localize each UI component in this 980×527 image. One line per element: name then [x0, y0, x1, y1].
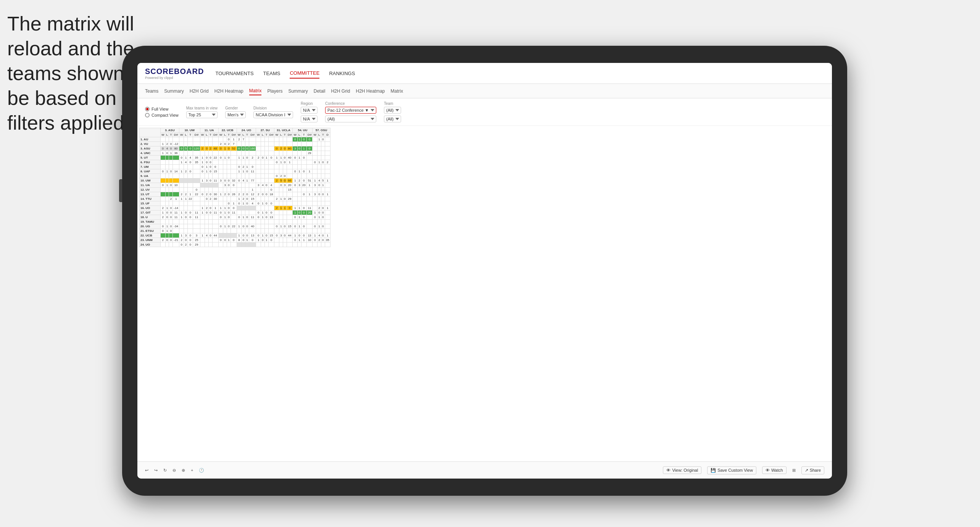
watch-label: Watch	[771, 468, 783, 472]
table-row: 19. TAMU	[140, 220, 330, 224]
table-row: 8. UAF 01014 120 01015 11011 0101	[140, 169, 330, 174]
table-row: 4. UNC 10136 29	[140, 151, 330, 156]
zoom-level: ⊕	[182, 468, 185, 473]
sub-nav: Teams Summary H2H Grid H2H Heatmap Matri…	[137, 84, 832, 98]
sub-t-ucla: T	[283, 133, 287, 137]
table-row: 15. UF 01 0104 0100	[140, 201, 330, 206]
compact-view-dot	[145, 113, 150, 117]
sub-nav-detail[interactable]: Detail	[314, 87, 326, 95]
sub-l-uu: L	[297, 133, 301, 137]
nav-rankings[interactable]: RANKINGS	[329, 69, 355, 78]
sub-l-osu: L	[317, 133, 321, 137]
row-label: 20. UG	[140, 224, 161, 229]
table-row: 17. GIT 10011 10011 10011 01011 0100 100…	[140, 210, 330, 215]
sub-nav-players[interactable]: Players	[267, 87, 282, 95]
clock-button[interactable]: 🕐	[199, 468, 204, 473]
col-header-ucb: 22. UCB	[218, 128, 237, 133]
row-label: 8. UAF	[140, 169, 161, 174]
redo-button[interactable]: ↪	[154, 468, 158, 473]
full-view-dot	[145, 107, 150, 111]
sub-t-ua: T	[209, 133, 213, 137]
zoom-out-button[interactable]: ⊖	[172, 468, 176, 473]
share-icon: ↗	[805, 468, 808, 473]
matrix-table: 3. ASU 10. UW 11. UA 22. UCB 24. UO 27. …	[139, 128, 330, 247]
sub-nav-summary2[interactable]: Summary	[288, 87, 308, 95]
sub-t-asu: T	[169, 133, 173, 137]
row-label: 21. ETSU	[140, 229, 161, 233]
region-select2[interactable]: N/A	[301, 116, 318, 122]
team-select2[interactable]: (All)	[384, 116, 401, 122]
sub-nav-summary[interactable]: Summary	[164, 87, 184, 95]
table-row: 21. ETSU 010	[140, 229, 330, 233]
sub-nav-teams[interactable]: Teams	[145, 87, 158, 95]
nav-tournaments[interactable]: TOURNAMENTS	[215, 69, 253, 78]
sub-dif-ucb: Dif	[230, 133, 237, 137]
table-row: 6. FSU 14035 100 0101 0102	[140, 160, 330, 165]
row-label: 19. TAMU	[140, 220, 161, 224]
region-select[interactable]: N/A	[301, 107, 318, 114]
sub-w-su: W	[256, 133, 261, 137]
sub-l-ucb: L	[223, 133, 227, 137]
filter-bar: Full View Compact View Max teams in view…	[137, 98, 832, 126]
division-filter: Division NCAA Division I	[253, 106, 293, 118]
row-label: 16. UO	[140, 206, 161, 210]
matrix-container[interactable]: 3. ASU 10. UW 11. UA 22. UCB 24. UO 27. …	[137, 126, 832, 461]
conference-label: Conference	[325, 101, 376, 106]
max-teams-select[interactable]: Top 25	[186, 111, 218, 118]
save-custom-label: Save Custom View	[717, 468, 753, 472]
share-label: Share	[810, 468, 821, 472]
col-header-su: 27. SU	[256, 128, 274, 133]
sub-dif-ua: Dif	[212, 133, 218, 137]
team-filter: Team (All) (All)	[384, 101, 401, 122]
view-original-button[interactable]: 👁 View: Original	[663, 466, 701, 474]
save-custom-button[interactable]: 💾 Save Custom View	[707, 466, 756, 474]
matrix-corner	[140, 128, 161, 137]
nav-links: TOURNAMENTS TEAMS COMMITTEE RANKINGS	[215, 68, 355, 79]
conference-select2[interactable]: (All)	[325, 116, 376, 122]
col-header-ucla: 31. UCLA	[274, 128, 293, 133]
full-view-label: Full View	[152, 107, 168, 111]
sub-t-ucb: T	[227, 133, 231, 137]
nav-teams[interactable]: TEAMS	[263, 69, 280, 78]
sub-nav-matrix2[interactable]: Matrix	[391, 87, 403, 95]
conference-filter: Conference Pac-12 Conference ▼ (All)	[325, 101, 376, 122]
share-button[interactable]: ↗ Share	[801, 466, 824, 474]
sub-nav-h2h-heatmap2[interactable]: H2H Heatmap	[356, 87, 385, 95]
row-label: 18. U	[140, 215, 161, 220]
conference-select[interactable]: Pac-12 Conference ▼	[325, 107, 376, 114]
division-select[interactable]: NCAA Division I	[253, 111, 293, 118]
sub-w-uo: W	[237, 133, 242, 137]
sub-nav-h2h-heatmap[interactable]: H2H Heatmap	[214, 87, 243, 95]
bottom-toolbar: ↩ ↪ ↻ ⊖ ⊕ + 🕐 👁 View: Original 💾 Save Cu…	[137, 461, 832, 479]
row-label: 13. UT	[140, 192, 161, 197]
sub-l-asu: L	[165, 133, 169, 137]
full-view-radio[interactable]: Full View	[145, 107, 179, 111]
row-label: 23. UNM	[140, 238, 161, 243]
sub-nav-matrix[interactable]: Matrix	[249, 87, 262, 95]
sub-l-ua: L	[205, 133, 209, 137]
gender-select[interactable]: Men's	[225, 111, 246, 118]
logo-subtitle: Powered by clippd	[145, 76, 204, 80]
refresh-button[interactable]: ↻	[163, 468, 167, 473]
col-header-ua: 11. UA	[200, 128, 218, 133]
sub-d-osu: D	[325, 133, 330, 137]
zoom-in-button[interactable]: +	[191, 468, 193, 472]
nav-committee[interactable]: COMMITTEE	[290, 68, 319, 79]
grid-button[interactable]: ⊞	[792, 468, 796, 473]
sub-dif-ucla: Dif	[287, 133, 293, 137]
row-label: 6. FSU	[140, 160, 161, 165]
row-label: 17. GIT	[140, 210, 161, 215]
row-label: 12. UV	[140, 188, 161, 192]
sub-nav-h2h-grid2[interactable]: H2H Grid	[331, 87, 350, 95]
logo-area: SCOREBOARD Powered by clippd	[145, 67, 204, 80]
view-icon: 👁	[666, 468, 671, 472]
sub-t-uu: T	[301, 133, 306, 137]
undo-button[interactable]: ↩	[145, 468, 148, 473]
max-teams-label: Max teams in view	[186, 106, 218, 110]
table-row: 7. UM 0100 0210	[140, 165, 330, 169]
team-select[interactable]: (All)	[384, 107, 401, 114]
compact-view-radio[interactable]: Compact View	[145, 113, 179, 117]
sub-nav-h2h-grid[interactable]: H2H Grid	[190, 87, 209, 95]
watch-button[interactable]: 👁 Watch	[762, 466, 787, 474]
sub-t-uw: T	[188, 133, 193, 137]
